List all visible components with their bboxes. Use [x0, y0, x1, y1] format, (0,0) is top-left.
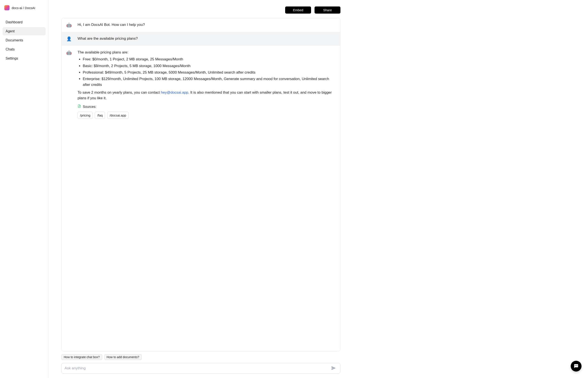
sidebar-item-dashboard[interactable]: Dashboard: [3, 18, 45, 26]
sources-label: Sources:: [83, 104, 96, 110]
list-item: Basic: $9/month, 2 Projects, 5 MB storag…: [83, 63, 335, 69]
embed-button[interactable]: Embed: [285, 6, 311, 14]
message-text: What are the available pricing plans?: [78, 36, 335, 41]
source-chips: /pricing /faq /docsai.app: [78, 112, 335, 119]
file-icon: [78, 104, 81, 110]
chat-message-bot: 🤖 The available pricing plans are: Free:…: [62, 46, 340, 123]
list-item: Enterprise: $129/month, Unlimited Projec…: [83, 76, 335, 88]
sidebar: docs-ai / DocsAI Dashboard Agent Documen…: [0, 0, 48, 378]
chat-container: 🤖 Hi, I am DocsAI Bot. How can I help yo…: [61, 18, 341, 351]
top-actions: Embed Share: [61, 6, 341, 14]
chat-message-bot: 🤖 Hi, I am DocsAI Bot. How can I help yo…: [62, 18, 340, 32]
source-chip[interactable]: /docsai.app: [107, 112, 129, 119]
send-icon: [331, 366, 336, 370]
sidebar-nav: Dashboard Agent Documents Chats Settings: [3, 18, 45, 63]
pricing-list: Free: $0/month, 1 Project, 2 MB storage,…: [78, 56, 335, 88]
sidebar-item-documents[interactable]: Documents: [3, 36, 45, 44]
chat-message-user: 👤 What are the available pricing plans?: [62, 32, 340, 46]
sidebar-item-chats[interactable]: Chats: [3, 45, 45, 54]
suggestion-row: How to integrate chat box? How to add do…: [61, 354, 341, 360]
outro-pre: To save 2 months on yearly plans, you ca…: [78, 90, 161, 94]
send-button[interactable]: [330, 364, 337, 372]
logo-icon: [4, 5, 10, 10]
suggestion-chip[interactable]: How to integrate chat box?: [61, 354, 102, 360]
message-intro: The available pricing plans are:: [78, 50, 335, 55]
message-outro: To save 2 months on yearly plans, you ca…: [78, 90, 335, 101]
main-content: Embed Share 🤖 Hi, I am DocsAI Bot. How c…: [48, 0, 351, 378]
contact-email-link[interactable]: hey@docsai.app: [161, 90, 188, 94]
chat-input[interactable]: [65, 364, 330, 373]
bot-avatar-icon: 🤖: [66, 50, 72, 56]
chat-input-row: [61, 363, 341, 374]
bot-avatar-icon: 🤖: [66, 22, 72, 28]
message-text: Hi, I am DocsAI Bot. How can I help you?: [78, 22, 335, 28]
suggestion-chip[interactable]: How to add documents?: [104, 354, 142, 360]
source-chip[interactable]: /faq: [95, 112, 105, 119]
message-body: The available pricing plans are: Free: $…: [78, 50, 335, 119]
sources-header: Sources:: [78, 104, 335, 110]
source-chip[interactable]: /pricing: [78, 112, 93, 119]
sidebar-item-settings[interactable]: Settings: [3, 54, 45, 63]
breadcrumb[interactable]: docs-ai / DocsAI: [12, 6, 35, 10]
sidebar-item-agent[interactable]: Agent: [3, 27, 45, 35]
chat-fab-button[interactable]: [571, 361, 582, 372]
list-item: Free: $0/month, 1 Project, 2 MB storage,…: [83, 56, 335, 62]
chat-bubble-icon: [574, 364, 578, 368]
user-avatar-icon: 👤: [66, 36, 72, 42]
share-button[interactable]: Share: [315, 6, 341, 14]
list-item: Professional: $49/month, 5 Projects, 25 …: [83, 70, 335, 75]
sidebar-header: docs-ai / DocsAI: [3, 4, 45, 16]
